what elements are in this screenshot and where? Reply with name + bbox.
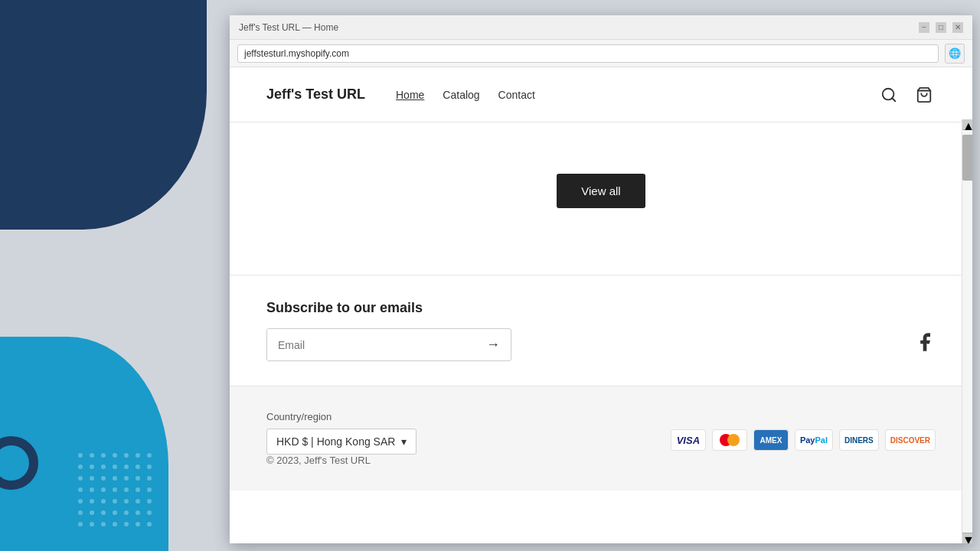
titlebar-text: Jeff's Test URL — Home — [239, 22, 919, 33]
cart-icon — [916, 86, 933, 103]
visa-card-icon: VISA — [671, 429, 706, 451]
scrollbar-thumb[interactable] — [962, 135, 972, 181]
mastercard-icon — [712, 429, 747, 451]
nav-home[interactable]: Home — [396, 89, 424, 101]
site-header: Jeff's Test URL Home Catalog Contact — [230, 67, 972, 122]
footer-copyright: © 2023, Jeff's Test URL — [266, 455, 936, 466]
email-input[interactable] — [267, 329, 475, 360]
header-icons — [877, 83, 936, 106]
view-all-button[interactable]: View all — [557, 174, 645, 208]
svg-line-3 — [892, 98, 895, 101]
scrollbar-down-arrow[interactable]: ▼ — [962, 533, 972, 543]
site-nav: Home Catalog Contact — [396, 89, 535, 101]
bg-dots-decoration — [77, 452, 153, 528]
subscribe-title: Subscribe to our emails — [266, 300, 936, 316]
svg-rect-1 — [77, 452, 153, 528]
site-logo[interactable]: Jeff's Test URL — [266, 86, 365, 103]
email-form: → — [266, 328, 511, 361]
chevron-down-icon: ▾ — [401, 435, 407, 448]
scrollbar-track[interactable]: ▲ ▼ — [962, 119, 972, 543]
minimize-button[interactable]: − — [919, 22, 929, 33]
amex-card-icon: AMEX — [753, 429, 789, 451]
page-content: ▲ ▼ Jeff's Test URL Home Catalog Contact — [230, 67, 972, 543]
search-icon — [880, 86, 897, 103]
copyright-text: © 2023, Jeff's Test URL — [266, 455, 371, 466]
payment-methods-area: VISA AMEX PayPal — [671, 411, 936, 451]
scrollbar-up-arrow[interactable]: ▲ — [962, 119, 972, 130]
facebook-icon[interactable] — [914, 334, 936, 357]
window-controls: − □ ✕ — [919, 22, 963, 33]
nav-contact[interactable]: Contact — [498, 89, 535, 101]
translate-button[interactable]: 🌐 — [945, 44, 965, 64]
social-icons-area — [914, 328, 936, 358]
url-bar: 🌐 — [230, 40, 972, 67]
nav-catalog[interactable]: Catalog — [443, 89, 479, 101]
arrow-icon: → — [486, 337, 500, 353]
bg-decoration-top-left — [0, 0, 207, 230]
currency-value: HKD $ | Hong Kong SAR — [276, 435, 395, 448]
country-region-label: Country/region — [266, 411, 416, 422]
discover-card-icon: DISCOVER — [885, 429, 936, 451]
search-button[interactable] — [877, 83, 900, 106]
site-footer: Country/region HKD $ | Hong Kong SAR ▾ V… — [230, 386, 972, 491]
email-submit-button[interactable]: → — [475, 329, 511, 360]
url-input[interactable] — [237, 44, 939, 63]
window-titlebar: Jeff's Test URL — Home − □ ✕ — [230, 15, 972, 40]
close-button[interactable]: ✕ — [952, 22, 963, 33]
country-region-area: Country/region HKD $ | Hong Kong SAR ▾ — [266, 411, 416, 455]
diners-card-icon: DINERS — [839, 429, 879, 451]
browser-window: Jeff's Test URL — Home − □ ✕ 🌐 ▲ ▼ Jeff'… — [230, 15, 972, 543]
main-content-area: View all — [230, 122, 972, 276]
payment-icons: VISA AMEX PayPal — [671, 429, 936, 451]
subscribe-section: Subscribe to our emails → — [230, 276, 972, 386]
paypal-icon: PayPal — [795, 429, 833, 451]
currency-selector[interactable]: HKD $ | Hong Kong SAR ▾ — [266, 429, 416, 455]
maximize-button[interactable]: □ — [936, 22, 946, 33]
cart-button[interactable] — [913, 83, 936, 106]
